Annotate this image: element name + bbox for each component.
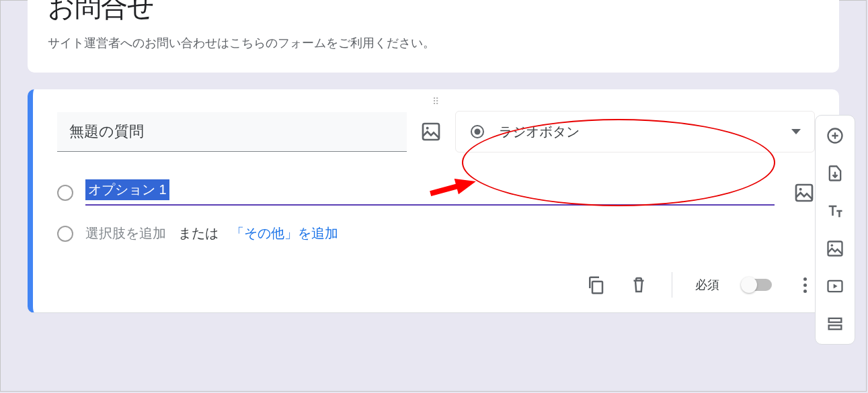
add-title-button[interactable]	[826, 202, 844, 220]
option-radio-icon	[57, 185, 73, 201]
option-1-input[interactable]: オプション 1	[85, 179, 775, 206]
add-image-button[interactable]	[826, 239, 844, 258]
import-icon	[826, 164, 844, 183]
add-video-button[interactable]	[826, 277, 844, 296]
svg-rect-4	[796, 185, 812, 201]
or-label: または	[178, 224, 219, 243]
question-card: ⠿ ラジオボタン オプション 1	[28, 89, 839, 313]
svg-rect-8	[828, 242, 842, 256]
radio-icon	[469, 124, 485, 140]
copy-icon	[586, 275, 606, 295]
add-section-button[interactable]	[826, 314, 844, 333]
chevron-down-icon	[791, 129, 801, 134]
question-title-input[interactable]	[57, 112, 407, 152]
text-icon	[826, 202, 844, 220]
svg-point-3	[475, 129, 481, 135]
required-toggle[interactable]	[742, 279, 772, 291]
image-icon	[420, 121, 442, 142]
form-title[interactable]: お問合せ	[48, 0, 819, 26]
option-radio-icon	[57, 226, 73, 242]
form-header-card: お問合せ サイト運営者へのお問い合わせはこちらのフォームをご利用ください。	[28, 0, 839, 73]
add-question-image-button[interactable]	[420, 121, 442, 142]
option-1-text: オプション 1	[85, 179, 169, 200]
svg-rect-11	[829, 318, 842, 322]
switch-knob	[741, 277, 757, 293]
add-other-button[interactable]: 「その他」を追加	[231, 224, 338, 243]
more-options-button[interactable]	[795, 275, 815, 295]
drag-handle-icon[interactable]: ⠿	[432, 96, 440, 107]
section-icon	[826, 314, 844, 333]
divider	[672, 272, 672, 298]
add-question-button[interactable]	[826, 126, 844, 145]
delete-icon	[629, 275, 649, 295]
svg-point-9	[831, 245, 834, 247]
svg-rect-12	[829, 325, 842, 329]
option-image-button[interactable]	[793, 182, 815, 204]
svg-rect-6	[592, 281, 602, 294]
question-type-select[interactable]: ラジオボタン	[455, 111, 815, 152]
required-label: 必須	[695, 277, 719, 293]
svg-rect-0	[423, 124, 439, 140]
svg-point-5	[799, 187, 802, 190]
image-icon	[793, 182, 815, 204]
add-circle-icon	[826, 126, 844, 145]
add-option-button[interactable]: 選択肢を追加	[85, 224, 166, 243]
import-questions-button[interactable]	[826, 164, 844, 183]
svg-point-1	[426, 127, 429, 130]
delete-button[interactable]	[629, 275, 649, 295]
video-icon	[826, 277, 844, 296]
duplicate-button[interactable]	[586, 275, 606, 295]
more-icon	[803, 277, 807, 293]
question-type-label: ラジオボタン	[499, 123, 778, 141]
insert-image-icon	[826, 239, 844, 258]
form-description[interactable]: サイト運営者へのお問い合わせはこちらのフォームをご利用ください。	[48, 35, 819, 51]
side-toolbar	[815, 115, 855, 345]
